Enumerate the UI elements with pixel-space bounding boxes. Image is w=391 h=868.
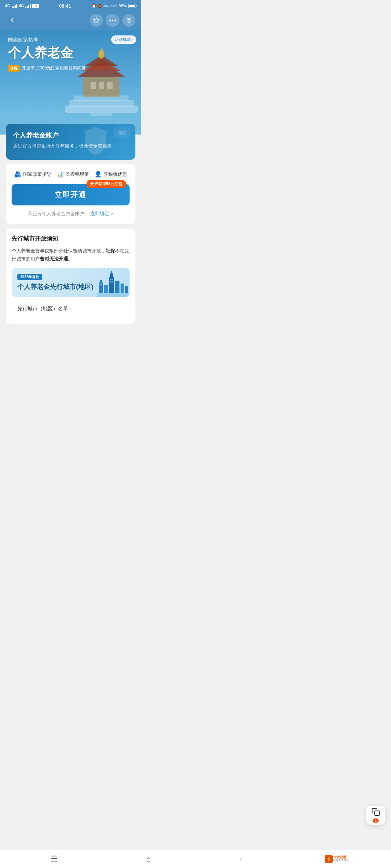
time-display: 09:41 <box>59 3 71 9</box>
back-icon <box>8 16 16 24</box>
dot-1 <box>109 20 111 21</box>
feature-invest: 📊 长投稳增值 <box>56 171 89 178</box>
invest-icon: 📊 <box>56 171 64 178</box>
signal-bar-4 <box>16 4 17 8</box>
features-row: 🫂 国家政策指导 📊 长投稳增值 👤 享税收优惠 <box>12 171 130 178</box>
activity-rules-label: 活动规则 <box>115 37 131 42</box>
pilot-cities-banner: 2022年首批 个人养老金先行城市(地区) <box>12 268 130 297</box>
account-card: 个人养老金账户 通过官方指定银行开立与服务，资金安全有保障 省税 <box>6 124 135 160</box>
signal-bar-7 <box>28 5 29 8</box>
city-illustration <box>97 270 126 295</box>
hero-banner: 活动规则 › 国家政策指导 个人养老金 省税 开通享12000元国家税收优惠额度 <box>0 30 141 135</box>
svg-rect-26 <box>100 284 101 285</box>
svg-rect-6 <box>91 113 112 116</box>
dot-2 <box>112 20 113 21</box>
signal-bar-6 <box>27 6 28 8</box>
signal-bar-3 <box>15 5 16 8</box>
account-card-description: 通过官方指定银行开立与服务，资金安全有保障 <box>13 142 128 150</box>
hero-title: 个人养老金 <box>8 46 86 60</box>
hero-description: 开通享12000元国家税收优惠额度 <box>22 65 86 71</box>
signal-bar-2 <box>13 6 14 8</box>
city-list-card: 先行城市（地区）名单： <box>12 301 130 317</box>
svg-rect-24 <box>121 284 124 293</box>
tax-icon: 👤 <box>94 171 102 178</box>
hero-subtitle: 国家政策指导 <box>8 37 86 43</box>
battery-icon <box>128 4 136 8</box>
shield-watermark <box>81 125 110 159</box>
svg-rect-27 <box>101 284 102 285</box>
network-label-2: 4G <box>19 4 24 8</box>
svg-rect-12 <box>101 48 102 55</box>
signal-bar-8 <box>30 4 31 8</box>
svg-rect-31 <box>112 281 113 282</box>
alarm-icon: ⏰ <box>92 4 96 8</box>
svg-rect-30 <box>110 281 111 282</box>
svg-rect-22 <box>111 271 112 274</box>
notice-title: 先行城市开放须知 <box>12 235 130 243</box>
battery-fill <box>129 5 135 7</box>
svg-rect-23 <box>115 281 119 293</box>
bind-account-link[interactable]: 立即绑定 > <box>91 211 113 216</box>
mute-icon: 🔕 <box>97 4 102 8</box>
speed-label: 3.80 KB/s <box>103 4 117 8</box>
svg-marker-0 <box>94 18 99 23</box>
tax-watermark: 省税 <box>114 127 130 139</box>
feature-tax-label: 享税收优惠 <box>104 171 127 178</box>
notice-card: 先行城市开放须知 个人养老金首年仅限部分社保缴纳城市开放，社保不在先行城市的用户… <box>6 229 135 324</box>
signal-bars-2 <box>25 4 31 8</box>
svg-rect-28 <box>110 279 111 280</box>
account-card-title: 个人养老金账户 <box>13 131 128 140</box>
status-right: ⏰ 🔕 3.80 KB/s 98% <box>92 4 136 8</box>
pilot-year-badge: 2022年首批 <box>17 274 42 280</box>
already-have-section: 我已有个人养老金资金账户， 立即绑定 > <box>12 210 130 217</box>
svg-rect-19 <box>104 285 108 293</box>
svg-rect-25 <box>125 286 128 293</box>
features-card: 🫂 国家政策指导 📊 长投稳增值 👤 享税收优惠 开户就得58元红包 立即开通 … <box>6 164 135 224</box>
activity-rules-button[interactable]: 活动规则 › <box>111 35 136 44</box>
scan-button[interactable] <box>122 14 135 27</box>
network-label: 4G <box>5 4 10 8</box>
svg-rect-18 <box>100 280 102 284</box>
policy-icon: 🫂 <box>14 171 21 178</box>
status-left: 4G 4G HD <box>5 4 39 8</box>
feature-policy: 🫂 国家政策指导 <box>14 171 51 178</box>
notice-bold-2: 暂时无法开通 <box>40 256 68 261</box>
battery-pct: 98% <box>119 4 127 8</box>
svg-rect-14 <box>99 82 104 89</box>
nav-bar <box>0 11 141 30</box>
scan-icon <box>126 17 132 24</box>
feature-policy-label: 国家政策指导 <box>23 171 51 178</box>
notice-text: 个人养老金首年仅限部分社保缴纳城市开放，社保不在先行城市的用户暂时无法开通。 <box>12 247 130 263</box>
hero-content: 国家政策指导 个人养老金 省税 开通享12000元国家税收优惠额度 <box>8 37 86 72</box>
svg-point-2 <box>128 20 130 21</box>
svg-rect-13 <box>91 82 96 89</box>
signal-bar-5 <box>25 7 26 8</box>
signal-bar-1 <box>12 7 13 8</box>
feature-tax: 👤 享税收优惠 <box>94 171 127 178</box>
city-list-label: 先行城市（地区）名单： <box>17 306 73 311</box>
more-button[interactable] <box>106 14 119 27</box>
hero-tag: 省税 开通享12000元国家税收优惠额度 <box>8 65 86 72</box>
dot-3 <box>114 20 116 21</box>
cta-badge: 开户就得58元红包 <box>87 180 126 188</box>
chevron-right-icon: › <box>131 38 133 42</box>
already-have-text: 我已有个人养老金资金账户， <box>28 211 89 216</box>
svg-rect-15 <box>107 82 113 89</box>
cta-wrapper: 开户就得58元红包 立即开通 <box>12 184 130 205</box>
svg-rect-21 <box>110 273 113 278</box>
signal-bars <box>12 4 17 8</box>
svg-rect-29 <box>112 279 113 280</box>
notice-bold-1: 社保 <box>106 248 115 254</box>
star-icon <box>93 17 100 24</box>
svg-point-1 <box>127 18 131 22</box>
nav-actions <box>90 14 135 27</box>
hd-badge: HD <box>32 4 39 8</box>
favorite-button[interactable] <box>90 14 103 27</box>
svg-rect-32 <box>97 293 130 297</box>
back-button[interactable] <box>6 14 19 27</box>
status-bar: 4G 4G HD 09:41 ⏰ 🔕 3.80 KB/s 98% <box>0 0 141 11</box>
tax-badge: 省税 <box>8 65 20 72</box>
feature-invest-label: 长投稳增值 <box>66 171 89 178</box>
